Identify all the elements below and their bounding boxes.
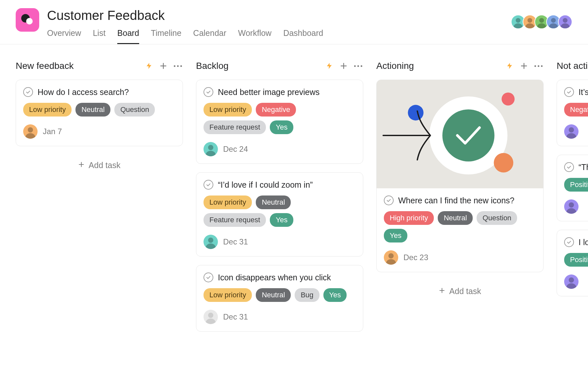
tab-overview[interactable]: Overview (47, 28, 81, 44)
tag-list: Low priorityNeutralBugYes (204, 288, 356, 302)
assignee-avatar[interactable] (564, 199, 579, 214)
task-card[interactable]: Icon disappears when you click Low prior… (196, 265, 363, 332)
project-title: Customer Feedback (47, 8, 323, 23)
lightning-icon[interactable] (504, 61, 515, 71)
svg-point-20 (569, 277, 574, 283)
assignee-avatar[interactable] (204, 235, 218, 249)
card-title: It’s ha (579, 87, 588, 97)
tag: Yes (270, 120, 293, 134)
svg-point-3 (528, 18, 532, 23)
tag: Negative (256, 103, 296, 117)
due-date: Jan 7 (43, 127, 62, 136)
due-date: Dec 23 (403, 253, 428, 262)
card-footer (564, 274, 588, 289)
task-card[interactable]: How do I access search? Low priorityNeut… (16, 80, 183, 146)
svg-point-19 (569, 202, 574, 208)
svg-point-18 (569, 127, 574, 133)
tab-list[interactable]: List (93, 28, 106, 44)
assignee-avatar[interactable] (384, 250, 398, 265)
card-footer: Dec 23 (384, 250, 536, 265)
task-card[interactable]: It’s ha Negative (557, 80, 588, 146)
add-task-button[interactable]: Add task (16, 155, 183, 173)
svg-point-7 (28, 127, 33, 133)
tag: Yes (270, 213, 293, 227)
task-card[interactable]: “The Positive (557, 155, 588, 221)
complete-check-icon[interactable] (204, 87, 213, 97)
tag: Neutral (256, 288, 291, 302)
add-card-button[interactable] (338, 61, 349, 71)
card-title: Need better image previews (218, 87, 319, 97)
assignee-avatar[interactable] (564, 124, 579, 139)
assignee-avatar[interactable] (204, 310, 218, 324)
card-title: “I’d love if I could zoom in” (218, 180, 313, 190)
column-header: Actioning (376, 60, 544, 72)
tag: Question (477, 211, 517, 225)
column: Backlog Need better image previews Low p… (196, 60, 363, 374)
tab-workflow[interactable]: Workflow (238, 28, 271, 44)
tag: Neutral (438, 211, 473, 225)
column-title: Not action (557, 61, 588, 71)
member-avatar[interactable] (558, 15, 572, 29)
complete-check-icon[interactable] (564, 87, 574, 97)
task-card[interactable]: “I’d love if I could zoom in” Low priori… (196, 172, 363, 257)
card-title: I love (579, 238, 588, 247)
complete-check-icon[interactable] (384, 195, 394, 205)
tag-list: Positive (564, 253, 588, 267)
tag: Low priority (204, 195, 252, 209)
tag-list: Positive (564, 178, 588, 192)
tag: Negative (564, 103, 588, 117)
column-header: New feedback (16, 60, 183, 72)
tag-list: Low priorityNegativeFeature requestYes (204, 103, 356, 134)
card-footer: Dec 24 (204, 142, 356, 156)
svg-point-17 (388, 253, 394, 258)
assignee-avatar[interactable] (23, 124, 38, 139)
card-title: Where can I find the new icons? (398, 196, 514, 205)
assignee-avatar[interactable] (204, 142, 218, 156)
svg-point-6 (563, 18, 568, 23)
more-icon[interactable] (353, 61, 363, 71)
column-title: Backlog (196, 61, 320, 71)
add-card-button[interactable] (519, 61, 529, 71)
tab-dashboard[interactable]: Dashboard (283, 28, 323, 44)
assignee-avatar[interactable] (564, 274, 579, 289)
tag: Question (114, 103, 155, 117)
complete-check-icon[interactable] (564, 162, 574, 172)
more-icon[interactable] (172, 61, 183, 71)
svg-point-10 (208, 313, 213, 318)
task-card[interactable]: Need better image previews Low priorityN… (196, 80, 363, 164)
tag-list: Low priorityNeutralFeature requestYes (204, 195, 356, 227)
card-footer: Dec 31 (204, 310, 356, 324)
tag: Feature request (204, 120, 266, 134)
tag: Bug (295, 288, 319, 302)
svg-point-8 (208, 145, 213, 150)
complete-check-icon[interactable] (23, 87, 33, 97)
tag: Low priority (204, 288, 252, 302)
tag: High priority (384, 211, 434, 225)
tag: Neutral (75, 103, 110, 117)
tab-timeline[interactable]: Timeline (151, 28, 182, 44)
task-card[interactable]: Where can I find the new icons? High pri… (376, 80, 544, 272)
task-card[interactable]: I love Positive (557, 230, 588, 296)
svg-point-16 (494, 153, 514, 173)
add-task-button[interactable]: Add task (376, 281, 544, 299)
lightning-icon[interactable] (324, 61, 335, 71)
due-date: Dec 31 (223, 237, 248, 246)
more-icon[interactable] (533, 61, 544, 71)
tag-list: High priorityNeutralQuestionYes (384, 211, 536, 242)
card-title: Icon disappears when you click (218, 273, 331, 282)
column-title: Actioning (376, 61, 500, 71)
svg-point-4 (539, 18, 544, 23)
complete-check-icon[interactable] (204, 180, 213, 190)
tab-calendar[interactable]: Calendar (193, 28, 226, 44)
lightning-icon[interactable] (144, 61, 154, 71)
column-header: Not action (557, 60, 588, 72)
complete-check-icon[interactable] (204, 273, 213, 282)
tab-board[interactable]: Board (117, 28, 139, 44)
complete-check-icon[interactable] (564, 237, 574, 247)
member-avatars[interactable] (514, 8, 572, 29)
card-cover (377, 80, 543, 188)
add-card-button[interactable] (158, 61, 169, 71)
project-icon (16, 8, 39, 32)
tag: Yes (323, 288, 347, 302)
card-footer: Dec 31 (204, 235, 356, 249)
